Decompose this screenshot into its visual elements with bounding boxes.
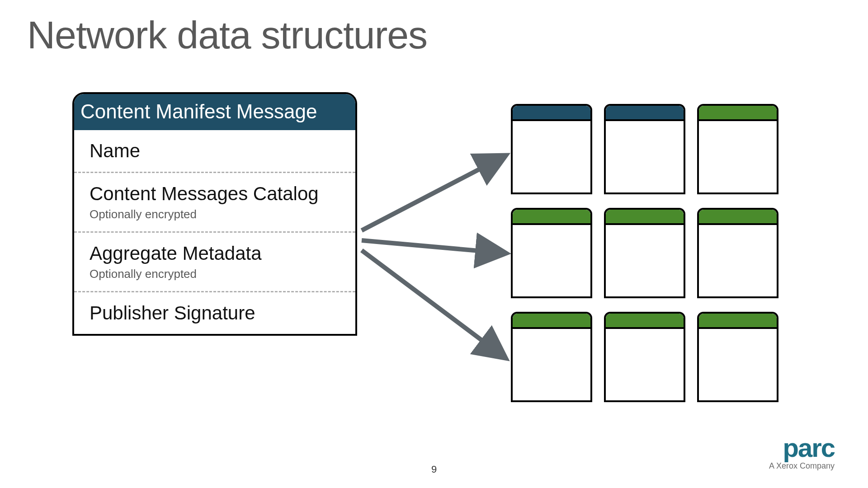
- page-number: 9: [431, 464, 437, 475]
- chunk-header: [513, 314, 590, 329]
- section-title: Aggregate Metadata: [90, 243, 343, 264]
- chunk-header: [699, 106, 777, 121]
- content-chunk: [604, 312, 685, 402]
- chunk-header: [606, 314, 684, 329]
- manifest-section-signature: Publisher Signature: [74, 291, 355, 334]
- slide-title: Network data structures: [27, 13, 427, 57]
- section-subtitle: Optionally encrypted: [90, 207, 343, 221]
- arrows: [362, 156, 504, 357]
- content-chunk: [697, 208, 778, 298]
- content-chunk: [604, 208, 685, 298]
- manifest-section-name: Name: [74, 130, 355, 172]
- section-title: Name: [90, 140, 343, 162]
- chunk-header: [513, 210, 590, 225]
- content-chunk: [697, 312, 778, 402]
- arrow: [362, 156, 504, 230]
- manifest-box: Content Manifest Message Name Content Me…: [72, 92, 357, 336]
- content-chunk: [511, 104, 592, 194]
- parc-logo: parc A Xerox Company: [769, 436, 835, 471]
- section-title: Content Messages Catalog: [90, 183, 343, 205]
- arrow: [362, 250, 504, 357]
- manifest-section-metadata: Aggregate Metadata Optionally encrypted: [74, 231, 355, 291]
- section-subtitle: Optionally encrypted: [90, 267, 343, 281]
- logo-tagline: A Xerox Company: [769, 461, 835, 471]
- content-chunk: [697, 104, 778, 194]
- section-title: Publisher Signature: [90, 302, 343, 324]
- content-chunk-grid: [511, 104, 778, 402]
- content-chunk: [511, 208, 592, 298]
- slide: { "title": "Network data structures", "m…: [0, 0, 868, 488]
- arrow: [362, 240, 504, 253]
- chunk-header: [699, 314, 777, 329]
- manifest-section-catalog: Content Messages Catalog Optionally encr…: [74, 172, 355, 231]
- content-chunk: [604, 104, 685, 194]
- chunk-header: [699, 210, 777, 225]
- chunk-header: [606, 106, 684, 121]
- manifest-header: Content Manifest Message: [74, 94, 355, 130]
- logo-text: parc: [769, 436, 835, 460]
- chunk-header: [606, 210, 684, 225]
- content-chunk: [511, 312, 592, 402]
- chunk-header: [513, 106, 590, 121]
